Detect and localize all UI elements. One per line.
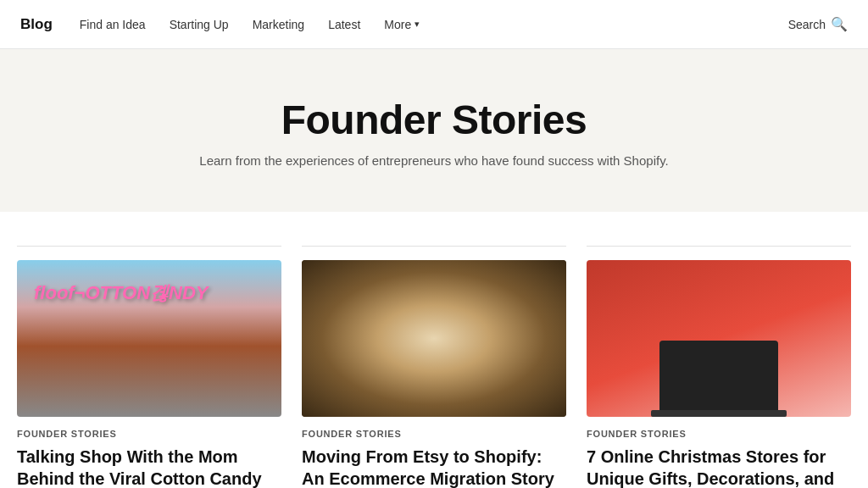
- nav-link-find-an-idea[interactable]: Find an Idea: [80, 18, 146, 31]
- chevron-down-icon: ▾: [415, 19, 420, 30]
- card-christmas-stores[interactable]: FOUNDER STORIES 7 Online Christmas Store…: [587, 246, 851, 488]
- nav-link-marketing[interactable]: Marketing: [253, 18, 304, 31]
- nav-more-label: More: [384, 18, 411, 31]
- card-title-1: Talking Shop With the Mom Behind the Vir…: [17, 446, 281, 488]
- nav-search-button[interactable]: Search 🔍: [788, 16, 848, 32]
- nav-more-dropdown[interactable]: More ▾: [384, 18, 420, 31]
- nav-link-starting-up[interactable]: Starting Up: [170, 18, 229, 31]
- search-icon: 🔍: [831, 16, 848, 32]
- hero-subtitle: Learn from the experiences of entreprene…: [20, 153, 848, 168]
- card-image-bowls: [302, 260, 566, 417]
- hero-title: Founder Stories: [20, 97, 848, 143]
- card-title-2: Moving From Etsy to Shopify: An Ecommerc…: [302, 446, 566, 488]
- card-category-1: FOUNDER STORIES: [17, 429, 281, 439]
- card-cotton-candy[interactable]: FOUNDER STORIES Talking Shop With the Mo…: [17, 246, 281, 488]
- nav-logo[interactable]: Blog: [20, 16, 53, 33]
- card-category-3: FOUNDER STORIES: [587, 429, 851, 439]
- navbar: Blog Find an Idea Starting Up Marketing …: [0, 0, 868, 49]
- hero-section: Founder Stories Learn from the experienc…: [0, 49, 868, 212]
- card-image-christmas: [587, 260, 851, 417]
- card-category-2: FOUNDER STORIES: [302, 429, 566, 439]
- card-image-cotton-candy: [17, 260, 281, 417]
- card-etsy-shopify[interactable]: FOUNDER STORIES Moving From Etsy to Shop…: [302, 246, 566, 488]
- search-label: Search: [788, 18, 826, 31]
- card-title-3: 7 Online Christmas Stores for Unique Gif…: [587, 446, 851, 488]
- cards-grid: FOUNDER STORIES Talking Shop With the Mo…: [0, 212, 868, 488]
- nav-links: Find an Idea Starting Up Marketing Lates…: [80, 18, 788, 31]
- nav-link-latest[interactable]: Latest: [328, 18, 360, 31]
